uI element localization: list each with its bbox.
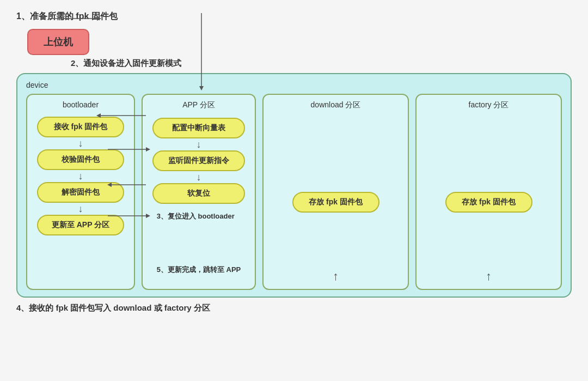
download-store-area: 存放 fpk 固件包 bbox=[292, 140, 379, 265]
app-pill-1: 配置中断向量表 bbox=[152, 118, 245, 138]
diagram-wrapper: device bootloader 接收 fpk 固件包 ↓ 校验固件包 ↓ 解… bbox=[16, 73, 572, 298]
bootloader-title: bootloader bbox=[33, 100, 128, 109]
app-stack: 配置中断向量表 ↓ 监听固件更新指令 ↓ 软复位 3、复位进入 bootload… bbox=[148, 118, 249, 277]
device-container: device bootloader 接收 fpk 固件包 ↓ 校验固件包 ↓ 解… bbox=[16, 73, 572, 298]
partition-app: APP 分区 配置中断向量表 ↓ 监听固件更新指令 ↓ 软复位 3、复位进入 b… bbox=[142, 94, 256, 290]
boot-pill-1: 接收 fpk 固件包 bbox=[37, 117, 124, 137]
factory-store-area: 存放 fpk 固件包 bbox=[445, 140, 532, 265]
partition-bootloader: bootloader 接收 fpk 固件包 ↓ 校验固件包 ↓ 解密固件包 ↓ … bbox=[26, 94, 135, 290]
step4-label: 4、接收的 fpk 固件包写入 download 或 factory 分区 bbox=[16, 303, 572, 313]
app-pill-3: 软复位 bbox=[152, 183, 245, 204]
boot-pill-2: 校验固件包 bbox=[37, 149, 124, 170]
boot-pill-3: 解密固件包 bbox=[37, 182, 124, 203]
step3-label: 3、复位进入 bootloader bbox=[157, 211, 241, 221]
bootloader-stack: 接收 fpk 固件包 ↓ 校验固件包 ↓ 解密固件包 ↓ 更新至 APP 分区 bbox=[33, 117, 128, 235]
page-container: 1、准备所需的 fpk 固件包 上位机 2、通知设备进入固件更新模式 devic… bbox=[0, 0, 588, 381]
partition-factory: factory 分区 存放 fpk 固件包 ↑ bbox=[415, 94, 562, 290]
partitions-row: bootloader 接收 fpk 固件包 ↓ 校验固件包 ↓ 解密固件包 ↓ … bbox=[26, 94, 562, 290]
factory-store-pill: 存放 fpk 固件包 bbox=[445, 192, 532, 213]
factory-up-arrow: ↑ bbox=[486, 265, 492, 283]
app-arrow-2: ↓ bbox=[148, 171, 249, 183]
app-arrow-1: ↓ bbox=[148, 138, 249, 150]
download-store-pill: 存放 fpk 固件包 bbox=[292, 192, 379, 213]
step1-label: 1、准备所需的 fpk 固件包 bbox=[16, 11, 572, 22]
app-title: APP 分区 bbox=[148, 100, 249, 110]
factory-title: factory 分区 bbox=[469, 100, 509, 110]
download-title: download 分区 bbox=[311, 100, 361, 110]
top-section: 上位机 2、通知设备进入固件更新模式 bbox=[16, 29, 572, 69]
step5-label: 5、更新完成，跳转至 APP bbox=[157, 265, 241, 275]
step2-label: 2、通知设备进入固件更新模式 bbox=[71, 58, 572, 69]
shangweiji-box: 上位机 bbox=[27, 29, 89, 55]
partition-download: download 分区 存放 fpk 固件包 ↑ bbox=[262, 94, 409, 290]
arrow-1: ↓ bbox=[33, 137, 128, 149]
step35-labels: 3、复位进入 bootloader 5、更新完成，跳转至 APP bbox=[157, 207, 241, 277]
arrow-2: ↓ bbox=[33, 170, 128, 182]
device-label: device bbox=[26, 81, 562, 89]
boot-pill-4: 更新至 APP 分区 bbox=[37, 215, 124, 235]
app-pill-2: 监听固件更新指令 bbox=[152, 150, 245, 171]
arrow-3: ↓ bbox=[33, 203, 128, 215]
download-up-arrow: ↑ bbox=[333, 265, 339, 283]
